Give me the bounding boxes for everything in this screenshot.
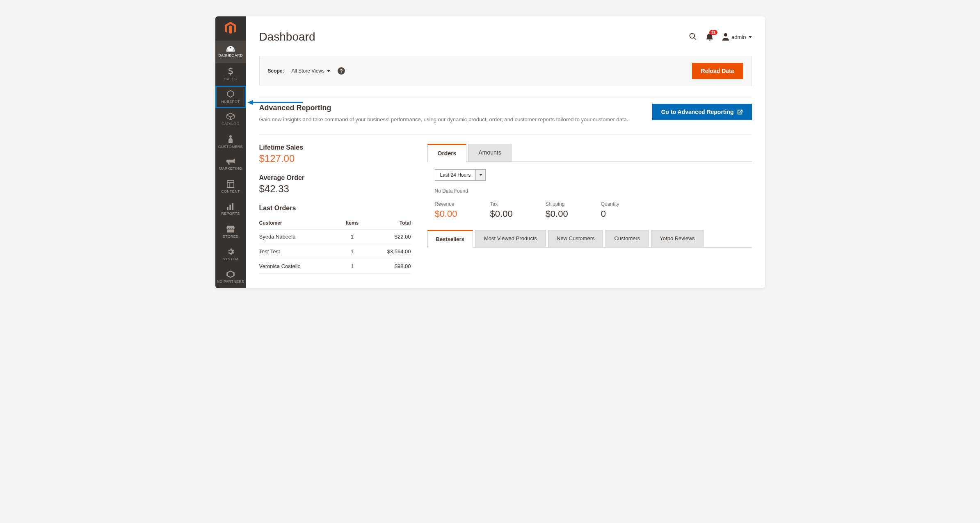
quantity-label: Quantity [601, 201, 619, 207]
svg-point-10 [690, 33, 695, 38]
report-tabs: Bestsellers Most Viewed Products New Cus… [427, 230, 752, 248]
tax-label: Tax [490, 201, 513, 207]
user-icon [722, 33, 729, 41]
table-row[interactable]: Syeda Nabeela1$22.00 [259, 229, 411, 244]
tab-orders[interactable]: Orders [427, 144, 467, 161]
average-order-block: Average Order $42.33 [259, 174, 411, 195]
nav-catalog[interactable]: CATALOG [215, 108, 246, 131]
nav-label: ND PARTNERS [217, 280, 244, 284]
nav-label: CUSTOMERS [218, 145, 243, 149]
nav-reports[interactable]: REPORTS [215, 198, 246, 221]
nav-label: HUBSPOT [221, 100, 240, 104]
chart-tabs: Orders Amounts [427, 144, 752, 162]
tab-yotpo[interactable]: Yotpo Reviews [651, 230, 704, 247]
nav-marketing[interactable]: MARKETING [215, 153, 246, 175]
search-button[interactable] [689, 32, 697, 42]
revenue-value: $0.00 [435, 209, 457, 219]
svg-rect-9 [232, 203, 234, 210]
shipping-label: Shipping [546, 201, 568, 207]
svg-rect-8 [229, 205, 231, 209]
col-customer: Customer [259, 217, 340, 230]
cell-items: 1 [340, 229, 365, 244]
tab-amounts[interactable]: Amounts [468, 144, 511, 161]
person-icon [228, 135, 233, 143]
dashboard-icon [226, 46, 235, 52]
advanced-reporting-section: Advanced Reporting Gain new insights and… [259, 104, 752, 124]
stats-column: Lifetime Sales $127.00 Average Order $42… [259, 144, 411, 274]
user-menu[interactable]: admin [722, 33, 752, 41]
nav-label: REPORTS [221, 211, 240, 216]
nav-label: CATALOG [222, 122, 240, 126]
nav-content[interactable]: CONTENT [215, 175, 246, 198]
nav-partners[interactable]: ND PARTNERS [215, 266, 246, 288]
tab-most-viewed[interactable]: Most Viewed Products [475, 230, 546, 247]
average-order-title: Average Order [259, 174, 411, 182]
quantity-block: Quantity 0 [601, 201, 619, 219]
search-icon [689, 32, 697, 41]
nav-label: MARKETING [219, 166, 242, 171]
help-icon[interactable]: ? [338, 67, 345, 75]
last-orders-table: Customer Items Total Syeda Nabeela1$22.0… [259, 217, 411, 274]
table-row[interactable]: Test Test1$3,564.00 [259, 244, 411, 259]
topbar: Dashboard 31 admin [246, 16, 765, 48]
cell-items: 1 [340, 244, 365, 259]
partners-icon [226, 271, 235, 278]
no-data-message: No Data Found [435, 188, 752, 194]
layout-icon [227, 180, 234, 188]
svg-point-12 [724, 33, 727, 36]
totals-row: Revenue $0.00 Tax $0.00 Shipping $0.00 [435, 201, 752, 219]
notification-count: 31 [709, 30, 717, 35]
shipping-value: $0.00 [546, 209, 568, 219]
box-icon [226, 113, 235, 120]
tax-block: Tax $0.00 [490, 201, 513, 219]
dollar-icon [228, 67, 233, 75]
advanced-reporting-desc: Gain new insights and take command of yo… [259, 116, 628, 124]
divider [259, 96, 752, 96]
last-orders-block: Last Orders Customer Items Total Syeda N… [259, 205, 411, 274]
cell-customer: Syeda Nabeela [259, 229, 340, 244]
gear-icon [227, 248, 234, 255]
tab-bestsellers[interactable]: Bestsellers [427, 230, 473, 247]
svg-marker-2 [228, 91, 234, 98]
range-select[interactable]: Last 24 Hours [435, 169, 486, 181]
quantity-value: 0 [601, 209, 619, 219]
tab-customers[interactable]: Customers [605, 230, 649, 247]
nav-hubspot[interactable]: HUBSPOT [215, 86, 246, 108]
caret-down-icon [749, 36, 752, 38]
content: Advanced Reporting Gain new insights and… [246, 86, 765, 288]
top-actions: 31 admin [689, 32, 752, 42]
main-panel: Dashboard 31 admin Scope: [246, 16, 765, 288]
cell-total: $3,564.00 [365, 244, 411, 259]
lifetime-sales-title: Lifetime Sales [259, 144, 411, 151]
nav-stores[interactable]: STORES [215, 221, 246, 243]
divider [259, 134, 752, 135]
nav-sales[interactable]: SALES [215, 63, 246, 86]
scope-bar: Scope: All Store Views ? Reload Data [259, 56, 752, 86]
lifetime-sales-value: $127.00 [259, 153, 411, 164]
average-order-value: $42.33 [259, 183, 411, 195]
col-total: Total [365, 217, 411, 230]
advanced-reporting-button[interactable]: Go to Advanced Reporting [652, 104, 752, 120]
revenue-block: Revenue $0.00 [435, 201, 457, 219]
nav-dashboard[interactable]: DASHBOARD [215, 41, 246, 63]
col-items: Items [340, 217, 365, 230]
tab-new-customers[interactable]: New Customers [548, 230, 603, 247]
nav-label: STORES [223, 234, 238, 239]
notifications-button[interactable]: 31 [706, 32, 713, 42]
scope-select[interactable]: All Store Views [292, 68, 330, 74]
nav-system[interactable]: SYSTEM [215, 243, 246, 266]
app-window: DASHBOARD SALES HUBSPOT CATALOG CUSTOMER [215, 16, 765, 288]
scope-value: All Store Views [292, 68, 324, 74]
table-row[interactable]: Veronica Costello1$98.00 [259, 259, 411, 273]
select-arrow [476, 169, 486, 181]
nav-label: DASHBOARD [218, 53, 242, 57]
revenue-label: Revenue [435, 201, 457, 207]
nav-label: SYSTEM [223, 257, 239, 261]
range-select-value: Last 24 Hours [435, 169, 476, 181]
nav-customers[interactable]: CUSTOMERS [215, 131, 246, 153]
store-icon [226, 225, 235, 233]
reload-data-button[interactable]: Reload Data [692, 63, 743, 79]
advanced-reporting-button-label: Go to Advanced Reporting [661, 109, 734, 115]
svg-rect-7 [227, 207, 228, 210]
caret-down-icon [327, 70, 330, 72]
